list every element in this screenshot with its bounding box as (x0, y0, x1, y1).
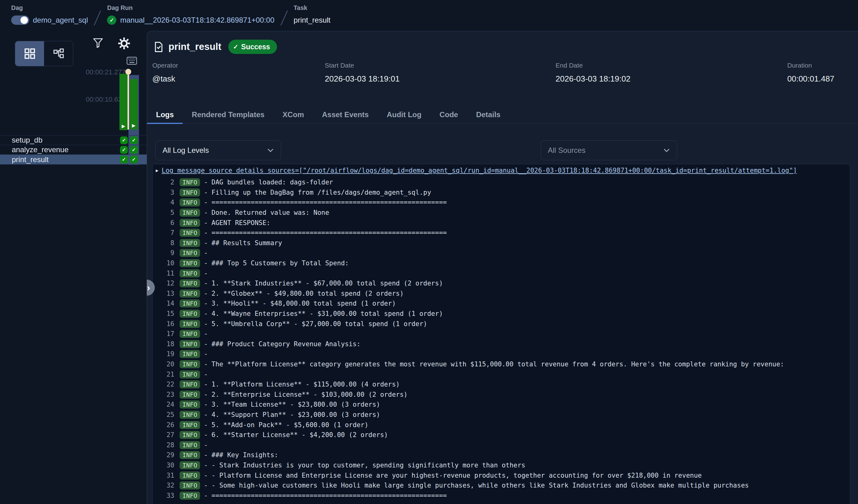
task-name: print_result (0, 155, 49, 164)
task-title: print_result (169, 41, 221, 52)
log-line-number: 3 (153, 189, 174, 196)
breadcrumb-dag: Dag demo_agent_sql (11, 4, 88, 26)
meta-label: End Date (556, 62, 630, 69)
task-instance-success-icon[interactable]: ✓ (130, 146, 138, 154)
log-line-number: 17 (153, 330, 174, 338)
log-line: 5INFO-Done. Returned value was: None (153, 208, 850, 218)
log-separator: - (204, 189, 208, 196)
log-separator: - (204, 300, 208, 307)
log-separator: - (204, 431, 208, 439)
toggle-knob (20, 16, 28, 24)
dag-run-link[interactable]: manual__2026-03-03T18:18:42.869871+00:00 (120, 16, 274, 25)
meta-duration: Duration00:00:01.487 (787, 62, 835, 84)
dag-pause-toggle[interactable] (11, 16, 29, 25)
tab-rendered-templates[interactable]: Rendered Templates (183, 106, 273, 124)
log-level-select[interactable]: All Log Levels (155, 141, 281, 160)
log-level-badge: INFO (180, 330, 200, 338)
task-row-setup_db[interactable]: setup_db✓✓ (0, 135, 147, 145)
status-badge-label: Success (241, 43, 270, 51)
tab-logs[interactable]: Logs (147, 106, 183, 124)
log-line-number: 25 (153, 411, 174, 419)
log-line-number: 8 (153, 239, 174, 247)
run-duration-bar[interactable]: ▶ (120, 74, 127, 130)
meta-operator: Operator@task (152, 62, 178, 84)
log-line: 12INFO-1. **Stark Industries** - $67,000… (153, 278, 850, 289)
log-separator: - (204, 441, 208, 449)
log-message: Done. Returned value was: None (211, 209, 329, 216)
log-separator: - (204, 492, 208, 499)
keyboard-shortcuts-button[interactable] (127, 57, 137, 66)
meta-end-date: End Date2026-03-03 18:19:02 (556, 62, 630, 84)
task-instance-success-icon[interactable]: ✓ (130, 136, 138, 144)
graph-view-button[interactable] (44, 41, 73, 66)
task-instance-success-icon[interactable]: ✓ (120, 156, 128, 163)
log-line-number: 28 (153, 441, 174, 449)
log-source-details-text: Log message source details sources=["/ro… (162, 167, 797, 174)
task-row-print_result[interactable]: print_result✓✓ (0, 155, 147, 165)
grid-view-button[interactable] (15, 41, 44, 66)
task-row-analyze_revenue[interactable]: analyze_revenue✓✓ (0, 145, 147, 155)
gear-icon (117, 36, 131, 50)
filter-button[interactable] (92, 36, 104, 50)
log-level-badge: INFO (180, 270, 200, 277)
log-line: 17INFO- (153, 329, 850, 339)
log-message: 5. **Add-on Pack** - $5,600.00 (1 order) (211, 421, 368, 429)
log-separator: - (204, 391, 208, 398)
log-line: 18INFO-### Product Category Revenue Anal… (153, 339, 850, 349)
log-separator: - (204, 179, 208, 186)
manual-run-play-icon: ▶ (130, 123, 138, 128)
dag-run-success-icon: ✓ (107, 16, 116, 25)
log-line-number: 16 (153, 320, 174, 328)
log-level-badge: INFO (180, 290, 200, 297)
dag-label: Dag (11, 4, 88, 12)
log-separator: - (204, 350, 208, 358)
dag-link[interactable]: demo_agent_sql (33, 16, 88, 25)
log-message: 2. **Enterprise License** - $103,000.00 … (211, 391, 408, 398)
task-instance-success-icon[interactable]: ✓ (130, 156, 138, 163)
log-line-number: 27 (153, 431, 174, 439)
breadcrumb-dag-run: Dag Run ✓ manual__2026-03-03T18:18:42.86… (107, 4, 274, 26)
tab-details[interactable]: Details (467, 106, 510, 124)
log-source-details-toggle[interactable]: ▶ Log message source details sources=["/… (153, 164, 850, 174)
log-separator: - (204, 472, 208, 479)
log-message: ### Key Insights: (211, 451, 278, 459)
log-line: 10INFO-### Top 5 Customers by Total Spen… (153, 258, 850, 269)
task-instance-success-icon[interactable]: ✓ (120, 136, 128, 144)
log-message: 1. **Platform License** - $115,000.00 (4… (211, 380, 400, 388)
log-level-badge: INFO (180, 320, 200, 328)
log-line: 4INFO-==================================… (153, 197, 850, 208)
tab-audit-log[interactable]: Audit Log (378, 106, 431, 124)
log-separator: - (204, 209, 208, 216)
run-duration-bar-selected[interactable]: ▶ (130, 79, 138, 130)
log-line: 26INFO-5. **Add-on Pack** - $5,600.00 (1… (153, 420, 850, 430)
log-line: 19INFO- (153, 349, 850, 359)
log-line-number: 18 (153, 340, 174, 348)
settings-button[interactable] (117, 36, 131, 51)
meta-value: 2026-03-03 18:19:02 (556, 74, 630, 84)
log-line-number: 20 (153, 360, 174, 368)
run-marker-knob[interactable] (125, 69, 131, 75)
log-line-number: 15 (153, 310, 174, 318)
log-level-badge: INFO (180, 441, 200, 449)
log-message: Filling up the DagBag from /files/dags/d… (211, 189, 431, 196)
log-separator: - (204, 270, 208, 277)
run-marker-line[interactable] (127, 75, 129, 130)
log-line: 15INFO-4. **Wayne Enterprises** - $31,00… (153, 309, 850, 319)
tab-code[interactable]: Code (431, 106, 467, 124)
status-badge[interactable]: ✓ Success (228, 40, 277, 54)
log-level-badge: INFO (180, 411, 200, 419)
meta-value: 00:00:01.487 (787, 74, 835, 84)
log-level-badge: INFO (180, 219, 200, 227)
check-icon: ✓ (233, 43, 239, 50)
log-level-badge: INFO (180, 350, 200, 358)
log-source-select[interactable]: All Sources (541, 141, 677, 160)
log-level-badge: INFO (180, 178, 200, 186)
breadcrumb: Dag demo_agent_sql Dag Run ✓ manual__202… (0, 0, 858, 31)
log-level-badge: INFO (180, 431, 200, 439)
tab-xcom[interactable]: XCom (274, 106, 313, 124)
log-separator: - (204, 310, 208, 318)
log-line: 13INFO-2. **Globex** - $49,800.00 total … (153, 289, 850, 299)
tab-asset-events[interactable]: Asset Events (313, 106, 378, 124)
dag-run-label: Dag Run (107, 4, 274, 12)
task-instance-success-icon[interactable]: ✓ (120, 146, 128, 154)
